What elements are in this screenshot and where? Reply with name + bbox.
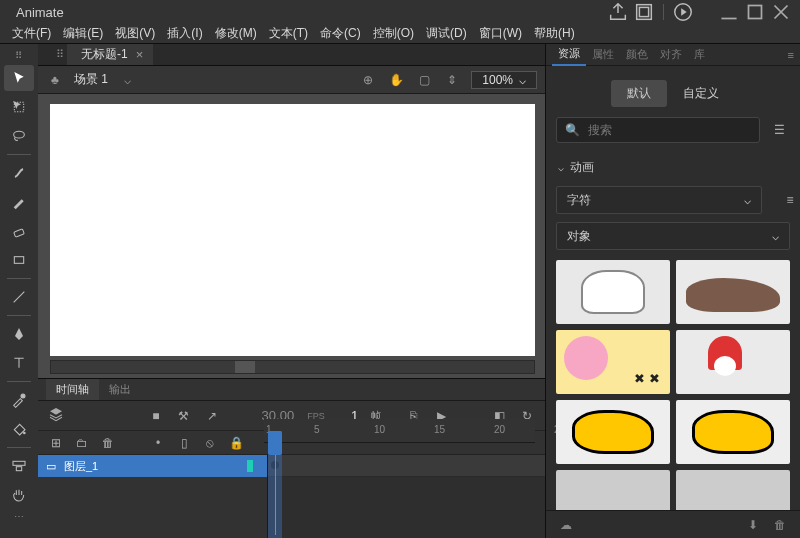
menu-edit[interactable]: 编辑(E) [57, 25, 109, 42]
asset-card[interactable] [676, 260, 790, 324]
pen-tool[interactable] [4, 321, 34, 347]
asset-card[interactable] [676, 470, 790, 510]
asset-card[interactable] [556, 330, 670, 394]
drag-handle-icon[interactable]: ⠿ [15, 50, 23, 62]
asset-card[interactable] [556, 260, 670, 324]
layer-name[interactable]: 图层_1 [64, 459, 98, 474]
play-icon[interactable] [672, 3, 694, 21]
playhead[interactable] [268, 431, 282, 538]
fluid-brush-tool[interactable] [4, 160, 34, 186]
search-input[interactable]: 🔍 搜索 [556, 117, 760, 143]
stage-canvas[interactable] [50, 104, 535, 356]
menu-command[interactable]: 命令(C) [314, 25, 367, 42]
asset-card[interactable] [676, 330, 790, 394]
minimize-button[interactable] [716, 0, 742, 24]
camera-tool[interactable] [4, 453, 34, 479]
asset-card[interactable] [676, 400, 790, 464]
layer-type-icon: ▭ [46, 460, 56, 473]
frames-area[interactable] [268, 455, 545, 538]
document-tab[interactable]: 无标题-1 × [67, 44, 153, 65]
rotate-tool-icon[interactable]: ✋ [387, 73, 405, 87]
panel-tab-align[interactable]: 对齐 [654, 44, 688, 65]
clip-icon[interactable]: ♣ [46, 73, 64, 87]
outline-icon[interactable]: ▯ [176, 436, 192, 450]
menu-help[interactable]: 帮助(H) [528, 25, 581, 42]
menu-insert[interactable]: 插入(I) [161, 25, 208, 42]
clip-content-icon[interactable]: ▢ [415, 73, 433, 87]
layers-icon[interactable] [48, 406, 64, 425]
visibility-icon[interactable]: ⦸ [202, 436, 218, 450]
delete-layer-icon[interactable]: 🗑 [100, 436, 116, 450]
paint-bucket-tool[interactable] [4, 416, 34, 442]
scene-dropdown-icon[interactable]: ⌵ [118, 73, 136, 87]
panel-handle-icon[interactable]: ⠿ [56, 48, 65, 61]
tab-output[interactable]: 输出 [99, 379, 141, 400]
scene-label[interactable]: 场景 1 [74, 71, 108, 88]
lasso-tool[interactable] [4, 123, 34, 149]
menu-text[interactable]: 文本(T) [263, 25, 314, 42]
upload-icon[interactable]: ☁ [560, 518, 572, 532]
download-icon[interactable]: ⬇ [748, 518, 758, 532]
tool-overflow-icon[interactable]: ⋯ [14, 511, 25, 523]
eyedropper-tool[interactable] [4, 387, 34, 413]
filter-icon[interactable]: ≡ [780, 193, 800, 207]
share-icon[interactable] [607, 3, 629, 21]
brush-tool[interactable] [4, 189, 34, 215]
selection-tool[interactable] [4, 65, 34, 91]
panel-menu-icon[interactable]: ≡ [788, 49, 794, 61]
menu-bar: 文件(F) 编辑(E) 视图(V) 插入(I) 修改(M) 文本(T) 命令(C… [0, 24, 800, 44]
svg-point-5 [14, 131, 25, 138]
asset-grid [546, 254, 800, 510]
center-stage-icon[interactable]: ⊕ [359, 73, 377, 87]
graph-icon[interactable]: ⚒ [176, 409, 192, 423]
hand-tool[interactable] [4, 482, 34, 508]
frame-ruler[interactable]: 1 5 10 15 20 25 [264, 419, 535, 443]
menu-file[interactable]: 文件(F) [6, 25, 57, 42]
panel-tab-library[interactable]: 库 [688, 44, 711, 65]
dropdown-object[interactable]: 对象 ⌵ [556, 222, 790, 250]
svg-point-8 [21, 394, 25, 398]
layer-row[interactable]: ▭ 图层_1 [38, 455, 267, 477]
section-animation[interactable]: ⌵ 动画 [546, 153, 800, 182]
new-layer-icon[interactable]: ⊞ [48, 436, 64, 450]
horizontal-scrollbar[interactable] [50, 360, 535, 374]
list-view-icon[interactable]: ☰ [768, 119, 790, 141]
segment-default[interactable]: 默认 [611, 80, 667, 107]
maximize-button[interactable] [742, 0, 768, 24]
new-folder-icon[interactable]: 🗀 [74, 436, 90, 450]
chevron-down-icon: ⌵ [558, 162, 564, 173]
asset-card[interactable] [556, 400, 670, 464]
lock-icon[interactable]: 🔒 [228, 436, 244, 450]
highlight-icon[interactable]: • [150, 436, 166, 450]
chevron-down-icon: ⌵ [519, 73, 526, 87]
close-tab-icon[interactable]: × [136, 47, 144, 62]
text-tool[interactable] [4, 350, 34, 376]
asset-card[interactable] [556, 470, 670, 510]
close-button[interactable] [768, 0, 794, 24]
camera-icon[interactable]: ■ [148, 409, 164, 423]
workspace-icon[interactable] [633, 3, 655, 21]
menu-view[interactable]: 视图(V) [109, 25, 161, 42]
tab-timeline[interactable]: 时间轴 [46, 379, 99, 400]
fit-dropdown-icon[interactable]: ⇕ [443, 73, 461, 87]
menu-control[interactable]: 控制(O) [367, 25, 420, 42]
line-tool[interactable] [4, 284, 34, 310]
free-transform-tool[interactable] [4, 94, 34, 120]
svg-rect-7 [14, 257, 23, 264]
layer-track[interactable] [268, 455, 545, 477]
keyframe-indicator [247, 460, 253, 472]
dropdown-character[interactable]: 字符 ⌵ [556, 186, 762, 214]
zoom-selector[interactable]: 100% ⌵ [471, 71, 537, 89]
trash-icon[interactable]: 🗑 [774, 518, 786, 532]
rectangle-tool[interactable] [4, 247, 34, 273]
panel-tab-color[interactable]: 颜色 [620, 44, 654, 65]
panel-tab-properties[interactable]: 属性 [586, 44, 620, 65]
svg-rect-1 [639, 7, 648, 16]
menu-debug[interactable]: 调试(D) [420, 25, 473, 42]
chart-icon[interactable]: ↗ [204, 409, 220, 423]
segment-custom[interactable]: 自定义 [667, 80, 735, 107]
menu-window[interactable]: 窗口(W) [473, 25, 528, 42]
menu-modify[interactable]: 修改(M) [209, 25, 263, 42]
panel-tab-assets[interactable]: 资源 [552, 43, 586, 66]
eraser-tool[interactable] [4, 218, 34, 244]
